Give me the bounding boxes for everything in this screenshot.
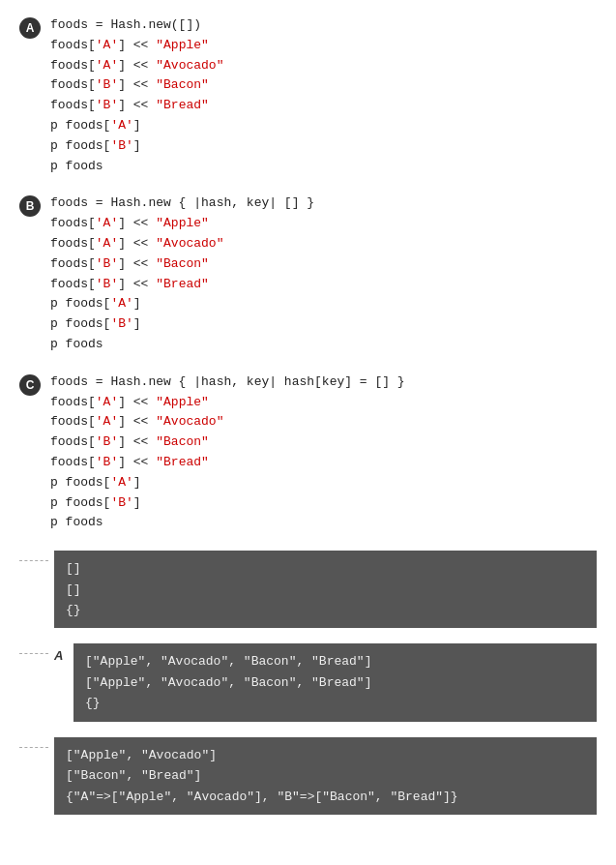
section-c: C foods = Hash.new { |hash, key| hash[ke…: [19, 373, 597, 533]
output-box-3: ["Apple", "Avocado"] ["Bacon", "Bread"] …: [54, 737, 597, 815]
output-section-3: ["Apple", "Avocado"] ["Bacon", "Bread"] …: [19, 737, 597, 815]
dashed-line-1: [19, 560, 48, 561]
output-section-1: [] [] {}: [19, 551, 597, 628]
output-section-2: A ["Apple", "Avocado", "Bacon", "Bread"]…: [19, 643, 597, 721]
output-label-a: A: [54, 648, 70, 663]
dashed-line-3: [19, 747, 48, 748]
label-c: C: [19, 374, 41, 396]
label-a: A: [19, 17, 41, 39]
section-b: B foods = Hash.new { |hash, key| [] } fo…: [19, 194, 597, 354]
code-block-a: foods = Hash.new([]) foods['A'] << "Appl…: [50, 15, 597, 176]
output-box-1: [] [] {}: [54, 551, 597, 628]
code-block-c: foods = Hash.new { |hash, key| hash[key]…: [50, 373, 597, 533]
label-b: B: [19, 195, 41, 217]
dashed-line-2: [19, 653, 48, 654]
output-box-2: ["Apple", "Avocado", "Bacon", "Bread"] […: [73, 643, 597, 721]
section-a: A foods = Hash.new([]) foods['A'] << "Ap…: [19, 15, 597, 176]
code-block-b: foods = Hash.new { |hash, key| [] } food…: [50, 194, 597, 354]
